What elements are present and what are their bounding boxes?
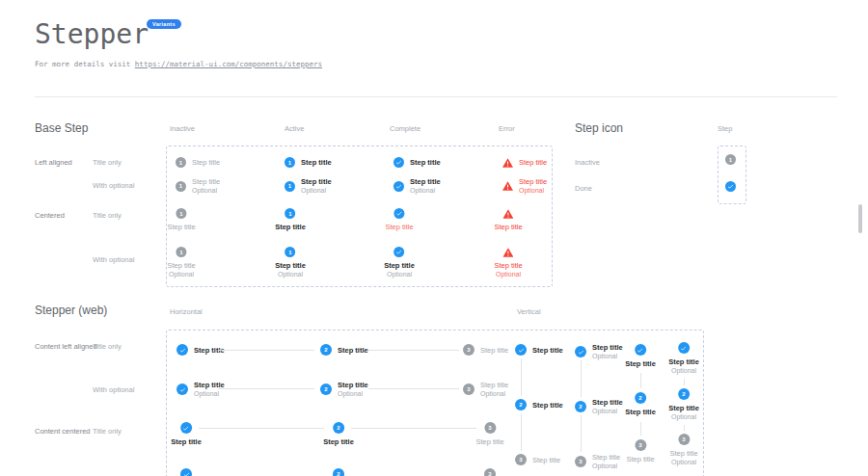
step-number-icon: 2 [320,383,332,395]
section-title-stepper-web: Stepper (web) [35,304,107,317]
step-title: Step title [625,408,656,416]
step-title: Step title [669,449,697,458]
step-number-icon: 1 [285,208,295,219]
row-label-done: Done [575,184,592,193]
hstepper-centered2-step2-active[interactable]: 2 [333,468,344,476]
step-complete-centered[interactable]: Step title [385,208,413,231]
step-error-left-optional[interactable]: Step titleOptional [502,177,547,195]
vstepper2-step1-complete[interactable]: Step titleOptional [575,343,623,360]
step-number-icon: 3 [463,344,475,356]
step-icon-inactive[interactable]: 1 [725,154,736,165]
step-title: Step title [480,381,508,389]
step-active-left-optional[interactable]: 1 Step titleOptional [285,177,332,195]
step-icon-done[interactable] [725,181,736,192]
step-connector [581,360,582,397]
row-label-content-centered: Content centered [35,427,91,436]
subtitle: For more details visit https://material-… [35,60,322,68]
scrollbar-thumb[interactable] [858,204,862,233]
step-number-icon: 3 [463,383,475,395]
vstepper3-step1-complete[interactable]: Step title [625,344,656,368]
error-warning-icon [502,157,513,168]
step-title: Step title [592,343,623,352]
vstepper2-step2-active[interactable]: 2 Step titleOptional [575,398,623,415]
step-optional-label: Optional [592,353,623,360]
hstepper-step2-active-optional[interactable]: 2 Step titleOptional [320,381,368,398]
step-check-icon [635,344,646,356]
step-complete-left[interactable]: Step title [393,157,441,168]
step-inactive-left-optional[interactable]: 1 Step titleOptional [176,177,220,195]
step-connector [368,388,459,389]
hstepper-centered-step3-inactive[interactable]: 3 Step title [475,422,503,446]
hstepper-centered-step2-active[interactable]: 2 Step title [323,422,354,446]
step-title: Step title [668,357,699,366]
hstepper-step3-inactive[interactable]: 3 Step title [463,344,508,356]
step-check-icon [393,181,404,192]
section-title-step-icon: Step icon [575,121,623,135]
step-optional-label: Optional [338,390,368,398]
vstepper4-step3-inactive[interactable]: 3 Step titleOptional [669,434,697,466]
vstepper2-step3-inactive[interactable]: 3 Step titleOptional [575,453,620,470]
material-ui-link[interactable]: https://material-ui.com/components/stepp… [135,60,322,68]
step-active-centered-optional[interactable]: 1 Step titleOptional [275,247,306,278]
step-error-centered-optional[interactable]: Step titleOptional [494,247,522,278]
hstepper-centered-step1-complete[interactable]: Step title [171,422,202,446]
vstepper4-step1-complete[interactable]: Step titleOptional [668,342,699,375]
vstepper1-step3-inactive[interactable]: 3 Step title [515,454,560,465]
step-connector [521,358,522,396]
step-title: Step title [410,158,441,167]
step-connector [218,388,314,389]
error-warning-icon [502,247,514,257]
hstepper-centered2-step1-complete[interactable] [180,468,192,476]
vstepper1-step1-complete[interactable]: Step title [515,344,563,356]
step-number-icon: 3 [635,439,646,451]
vstepper3-step2-active[interactable]: 2 Step title [625,392,656,416]
vstepper3-step3-inactive[interactable]: 3 Step title [626,439,654,463]
step-active-centered[interactable]: 1 Step title [275,208,306,231]
step-title: Step title [519,158,547,167]
hstepper-centered2-step3-inactive[interactable]: 3 [484,468,496,476]
row-label-title-only: Title only [93,427,122,436]
step-check-icon [176,383,188,395]
step-title: Step title [592,398,623,407]
step-error-centered[interactable]: Step title [494,208,522,231]
step-optional-label: Optional [519,187,547,195]
step-inactive-centered-optional[interactable]: 1 Step titleOptional [167,247,195,278]
step-title: Step title [301,158,332,167]
vstepper4-step2-active[interactable]: 2 Step titleOptional [668,388,699,421]
step-check-icon [394,208,405,219]
section-title-base-step: Base Step [35,121,88,135]
vstepper1-step2-active[interactable]: 2 Step title [515,399,563,410]
step-active-left[interactable]: 1 Step title [285,157,332,168]
step-connector [684,379,685,385]
hstepper-step1-complete-optional[interactable]: Step titleOptional [176,381,225,398]
step-title: Step title [385,223,413,231]
step-inactive-left[interactable]: 1 Step title [176,157,220,168]
row-label-centered: Centered [35,211,65,220]
step-optional-label: Optional [192,187,220,195]
step-complete-left-optional[interactable]: Step titleOptional [393,177,441,195]
step-title: Step title [532,346,563,355]
row-label-content-left-aligned: Content left aligned [35,342,97,351]
row-label-title-only: Title only [93,211,122,220]
column-header-vertical: Vertical [517,307,541,316]
row-label-title-only: Title only [93,342,122,351]
step-optional-label: Optional [671,413,696,421]
hstepper-step3-inactive-optional[interactable]: 3 Step titleOptional [463,381,508,398]
step-title: Step title [410,177,441,186]
step-connector [640,422,641,436]
step-complete-centered-optional[interactable]: Step titleOptional [384,247,415,278]
step-optional-label: Optional [496,271,521,278]
hstepper-step2-active[interactable]: 2 Step title [320,344,368,356]
error-warning-icon [502,208,514,219]
step-error-left[interactable]: Step title [502,157,547,168]
column-header-inactive: Inactive [170,124,195,133]
step-number-icon: 1 [725,154,736,165]
step-title: Step title [668,404,699,412]
step-inactive-centered[interactable]: 1 Step title [167,208,195,231]
step-optional-label: Optional [671,459,696,466]
step-title: Step title [167,261,195,270]
step-number-icon: 1 [176,247,187,257]
step-title: Step title [323,437,354,446]
step-title: Step title [167,223,195,231]
row-label-with-optional: With optional [93,181,134,190]
